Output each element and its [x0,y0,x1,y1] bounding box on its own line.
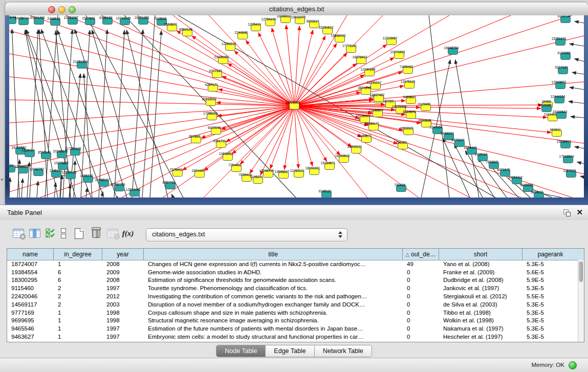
table-cell: 5.3E-5 [522,325,578,332]
table-cell: Estimation of the future numbers of pati… [144,325,403,332]
graph-node-label: 9653923 [400,126,413,130]
graph-node-label: 3824594 [358,86,371,90]
table-cell: 5.3E-5 [522,310,578,316]
graph-node-label: 7515526 [154,17,167,20]
checkmarks-icon: ☑✔☑✔ [45,229,55,238]
graph-node-label: 2935114 [475,152,488,156]
dropdown-spinner-icon [338,231,342,238]
table-panel-body: ☑✔☑✔ f(x) citations_edges.txt [0,220,588,358]
table-cell: 1 [54,317,102,323]
table-panel-close-icon[interactable]: ✕ [576,208,583,217]
table-cell: 1 [54,325,102,332]
black-edge [54,183,56,198]
graph-node-label: 9245652 [520,183,533,187]
black-edge [569,101,584,103]
graph-node-label: 12160199 [361,68,376,71]
column-header-out-degree[interactable]: △out_de… [403,249,439,260]
graph-node-label: 8860128 [179,28,192,31]
column-header-year[interactable]: year [102,249,144,260]
table-cell: 5.9E-5 [522,277,578,283]
table-row[interactable]: 946362711997Embryonic stem cells: a mode… [7,333,578,341]
table-cell: 1 [54,310,102,316]
table-row[interactable]: 969969511998Structural magnetic resonanc… [7,317,578,325]
graph-node-label: 9857791 [162,181,176,184]
black-edge [429,15,449,198]
table-row[interactable]: 2242004622012Investigating the contribut… [7,292,578,300]
table-row[interactable]: 1456911722003Disruption of a novel membe… [7,300,578,309]
table-cell: 2003 [102,301,144,308]
panel-collapse-arrow-icon[interactable]: ◂ [1,177,3,182]
graph-node-label: 9361711 [213,139,226,143]
graph-node-label: 7625402 [169,168,183,171]
table-cell: 6 [54,269,102,275]
new-document-icon [75,228,83,239]
table-cell: 14569117 [7,301,54,308]
network-canvas[interactable]: 8613044240557243069140624065181065328715… [9,15,584,198]
graph-node-label: 9227349 [555,65,568,69]
graph-node-label: 16990515 [335,154,350,158]
tab-network-table[interactable]: Network Table [315,345,372,357]
table-row[interactable]: 946554611997Estimation of the future num… [7,324,578,333]
table-rows: 1872400712008Changes of HCN gene express… [7,260,578,342]
tab-edge-table[interactable]: Edge Table [266,345,314,357]
graph-node-label: 12505135 [62,170,77,174]
table-cell: 2008 [102,261,144,267]
graph-node-label: 24055724 [15,16,30,20]
new-table-button[interactable] [72,226,86,240]
graph-node-label: 12042757 [30,167,45,171]
column-header-pagerank[interactable]: pagerank [522,249,578,260]
black-edge [580,176,584,177]
table-settings-button[interactable] [11,226,26,240]
memory-ok-indicator-icon [569,361,577,369]
graph-node-label: 1691447 [191,169,205,172]
function-builder-button[interactable]: f(x) [121,226,135,240]
show-columns-button[interactable] [28,226,42,240]
column-header-short[interactable]: short [439,249,522,260]
red-edge [294,15,449,106]
table-cell: 0 [403,310,439,316]
table-cell: 2 [54,301,102,308]
red-edge [294,15,572,106]
column-header-name[interactable]: name [7,249,54,260]
red-edge [101,15,294,106]
table-row[interactable]: 1830029562008Estimation of significance … [7,276,578,285]
graph-node-label: 1795722 [80,174,93,178]
graph-node-label: 15046796 [259,169,274,172]
network-window-titlebar[interactable]: citations_edges.txt [5,3,588,16]
graph-node-label: 82160 [384,99,394,103]
graph-node-label: 2406518 [47,17,60,20]
table-source-dropdown[interactable]: citations_edges.txt [146,228,347,242]
status-bar: Memory: OK [0,358,588,372]
graph-node-label: 15493121 [347,145,362,148]
graph-node-label: 1640954 [429,125,443,129]
table-cell: 5.5E-5 [522,293,578,299]
row-height-button[interactable] [56,226,71,240]
graph-node-label: 887833 [189,135,200,138]
table-row[interactable]: 1872400712008Changes of HCN gene express… [7,260,578,268]
column-header-in-degree[interactable]: in_degree [54,249,102,260]
table-row[interactable]: 1938455462009Genome-wide association stu… [7,268,578,276]
graph-node-label: 8796111 [531,190,544,194]
table-gear-icon [13,229,24,238]
graph-node-label: 20206576 [53,149,68,153]
memory-status-label: Memory: OK [531,362,564,368]
column-header-title[interactable]: title [144,249,403,260]
graph-node-label: 12254193 [222,42,236,46]
float-window-icon[interactable] [563,209,571,216]
table-row[interactable]: 911546021997Tourette syndrome. Phenomeno… [7,284,578,292]
stacked-rows-icon [61,227,66,239]
table-cell: 0 [403,285,439,291]
tab-node-table[interactable]: Node Table [216,345,266,357]
table-row[interactable]: 977716911998Corpus callosum shape and si… [7,309,578,317]
table-vertical-scrollbar[interactable] [578,260,584,342]
graph-node-label: 12444154 [551,95,565,98]
delete-button[interactable] [89,226,103,240]
graph-node-label: 10653287 [64,16,79,19]
black-edge [132,30,143,198]
table-cell: 5.3E-5 [522,261,578,267]
graph-node-label: 15842193 [331,34,346,37]
scrollbar-thumb[interactable] [579,261,583,282]
table-cell: 0 [403,293,439,299]
select-columns-button[interactable]: ☑✔☑✔ [43,226,57,240]
graph-node-label: 18724007 [286,101,300,104]
